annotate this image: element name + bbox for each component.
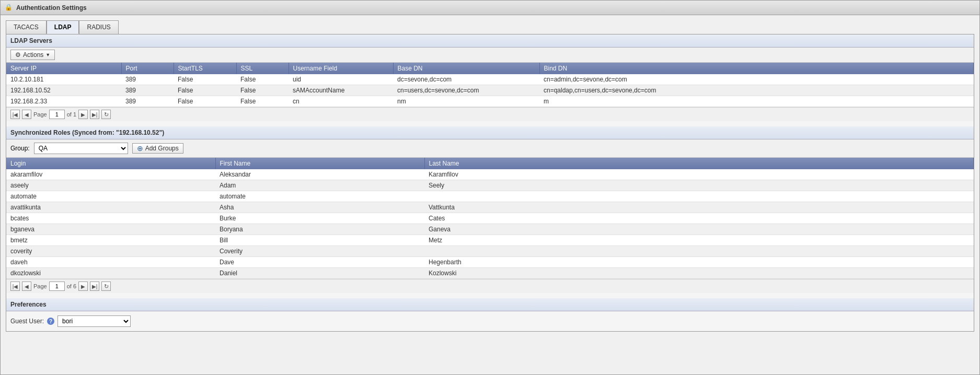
cell-last-name: Vattkunta <box>424 202 974 213</box>
next-page-button[interactable]: ▶ <box>78 110 88 119</box>
cell-ssl: False <box>236 85 289 96</box>
col-port: Port <box>121 63 174 74</box>
prev-page-button[interactable]: ◀ <box>22 110 31 119</box>
cell-port: 389 <box>121 85 174 96</box>
cell-bind-dn: cn=qaldap,cn=users,dc=sevone,dc=com <box>539 85 974 96</box>
tab-ldap[interactable]: LDAP <box>47 20 79 34</box>
guest-user-row: Guest User: ? bori <box>10 315 970 327</box>
cell-ssl: False <box>236 96 289 107</box>
group-select[interactable]: QA <box>34 143 128 154</box>
guest-user-label: Guest User: <box>10 318 44 325</box>
roles-first-page-button[interactable]: |◀ <box>10 282 20 291</box>
cell-login: avattikunta <box>6 202 215 213</box>
roles-last-page-button[interactable]: ▶| <box>90 282 99 291</box>
table-row[interactable]: aseely Adam Seely <box>6 180 974 191</box>
ldap-servers-table: Server IP Port StartTLS SSL Username Fie… <box>6 63 974 107</box>
cell-login: bganeva <box>6 224 215 235</box>
roles-pagination: |◀ ◀ Page of 6 ▶ ▶| ↻ <box>6 279 974 293</box>
cell-port: 389 <box>121 96 174 107</box>
col-server-ip: Server IP <box>6 63 121 74</box>
col-last-name: Last Name <box>424 158 974 169</box>
caret-down-icon: ▼ <box>45 52 50 57</box>
roles-table: Login First Name Last Name akaramfilov A… <box>6 158 974 279</box>
table-row[interactable]: 192.168.2.33 389 False False cn nm m <box>6 96 974 107</box>
cell-first-name: Dave <box>215 257 424 268</box>
preferences-header: Preferences <box>6 298 974 311</box>
window-title: Authentication Settings <box>16 4 87 11</box>
cell-first-name: Coverity <box>215 246 424 257</box>
cell-starttls: False <box>174 74 236 85</box>
cell-last-name <box>424 246 974 257</box>
col-ssl: SSL <box>236 63 289 74</box>
cell-login: automate <box>6 191 215 202</box>
add-groups-button[interactable]: ⊕ Add Groups <box>132 143 183 154</box>
group-label: Group: <box>10 145 30 152</box>
add-groups-label: Add Groups <box>145 145 179 152</box>
cell-last-name: Karamfilov <box>424 169 974 180</box>
cell-last-name: Kozlowski <box>424 268 974 279</box>
cell-server-ip: 192.168.10.52 <box>6 85 121 96</box>
cell-login: bmetz <box>6 235 215 246</box>
cell-ssl: False <box>236 74 289 85</box>
table-row[interactable]: 10.2.10.181 389 False False uid dc=sevon… <box>6 74 974 85</box>
cell-last-name: Hegenbarth <box>424 257 974 268</box>
sync-roles-section: Synchronized Roles (Synced from: "192.16… <box>6 126 974 293</box>
cell-base-dn: dc=sevone,dc=com <box>393 74 539 85</box>
roles-prev-page-button[interactable]: ◀ <box>22 282 31 291</box>
ldap-toolbar: ⚙ Actions ▼ <box>6 48 974 63</box>
page-of: of 1 <box>67 111 76 118</box>
window-icon: 🔒 <box>5 4 13 12</box>
actions-button[interactable]: ⚙ Actions ▼ <box>10 50 55 60</box>
help-icon: ? <box>47 318 54 325</box>
tab-radius[interactable]: RADIUS <box>79 20 118 34</box>
tab-tacacs[interactable]: TACACS <box>6 20 47 34</box>
cell-last-name: Cates <box>424 213 974 224</box>
title-bar: 🔒 Authentication Settings <box>1 1 979 15</box>
table-row[interactable]: automate automate <box>6 191 974 202</box>
cell-server-ip: 10.2.10.181 <box>6 74 121 85</box>
guest-user-select[interactable]: bori <box>57 315 131 327</box>
col-bind-dn: Bind DN <box>539 63 974 74</box>
cell-base-dn: cn=users,dc=sevone,dc=com <box>393 85 539 96</box>
roles-next-page-button[interactable]: ▶ <box>78 282 88 291</box>
ldap-servers-header: LDAP Servers <box>6 34 974 48</box>
preferences-content: Guest User: ? bori <box>6 311 974 331</box>
table-row[interactable]: dkozlowski Daniel Kozlowski <box>6 268 974 279</box>
actions-label: Actions <box>23 51 43 58</box>
roles-page-of: of 6 <box>67 283 76 289</box>
tab-bar: TACACS LDAP RADIUS <box>6 20 974 34</box>
first-page-button[interactable]: |◀ <box>10 110 20 119</box>
cell-bind-dn: cn=admin,dc=sevone,dc=com <box>539 74 974 85</box>
add-icon: ⊕ <box>137 145 143 152</box>
cell-server-ip: 192.168.2.33 <box>6 96 121 107</box>
roles-refresh-button[interactable]: ↻ <box>101 282 111 291</box>
table-row[interactable]: 192.168.10.52 389 False False sAMAccount… <box>6 85 974 96</box>
cell-last-name: Ganeva <box>424 224 974 235</box>
table-row[interactable]: bmetz Bill Metz <box>6 235 974 246</box>
table-row[interactable]: coverity Coverity <box>6 246 974 257</box>
cell-last-name: Seely <box>424 180 974 191</box>
page-number-input[interactable] <box>49 110 65 119</box>
cell-username: uid <box>289 74 393 85</box>
cell-starttls: False <box>174 96 236 107</box>
roles-page-label: Page <box>33 283 47 289</box>
cell-login: aseely <box>6 180 215 191</box>
cell-port: 389 <box>121 74 174 85</box>
cell-base-dn: nm <box>393 96 539 107</box>
cell-login: akaramfilov <box>6 169 215 180</box>
refresh-button[interactable]: ↻ <box>101 110 111 119</box>
table-row[interactable]: akaramfilov Aleksandar Karamfilov <box>6 169 974 180</box>
gear-icon: ⚙ <box>15 51 21 58</box>
roles-page-number-input[interactable] <box>49 282 65 291</box>
table-row[interactable]: daveh Dave Hegenbarth <box>6 257 974 268</box>
cell-username: sAMAccountName <box>289 85 393 96</box>
table-row[interactable]: avattikunta Asha Vattkunta <box>6 202 974 213</box>
last-page-button[interactable]: ▶| <box>90 110 99 119</box>
table-row[interactable]: bganeva Boryana Ganeva <box>6 224 974 235</box>
cell-last-name: Metz <box>424 235 974 246</box>
cell-login: dkozlowski <box>6 268 215 279</box>
table-row[interactable]: bcates Burke Cates <box>6 213 974 224</box>
cell-first-name: Aleksandar <box>215 169 424 180</box>
cell-first-name: Adam <box>215 180 424 191</box>
cell-bind-dn: m <box>539 96 974 107</box>
